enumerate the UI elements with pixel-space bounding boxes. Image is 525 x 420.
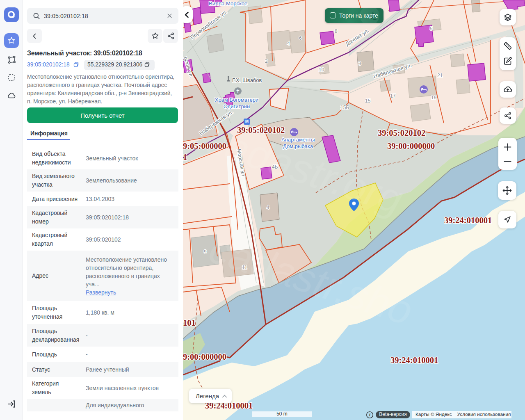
svg-text:i: i — [369, 412, 370, 417]
svg-text:cadastr.sho: cadastr.sho — [204, 225, 418, 334]
svg-text:cadastr.org: cadastr.org — [201, 116, 409, 223]
